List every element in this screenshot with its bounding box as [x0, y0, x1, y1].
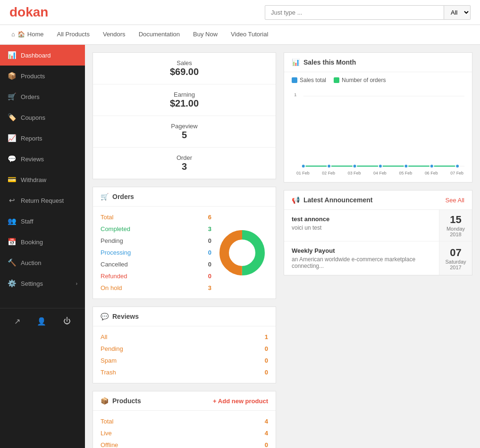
stat-pageview: Pageview 5 [93, 116, 276, 148]
dashboard-icon: 📊 [8, 51, 16, 59]
donut-chart [216, 227, 268, 279]
table-row: Pending 0 [101, 235, 211, 247]
order-label-cancelled: Cancelled [101, 261, 128, 268]
sidebar-item-return-request[interactable]: ↩ Return Request [0, 190, 85, 211]
see-all-button[interactable]: See All [446, 197, 464, 204]
review-val-trash: 0 [265, 369, 268, 376]
user-icon[interactable]: 👤 [34, 314, 49, 329]
sidebar-item-settings[interactable]: ⚙️ Settings › [0, 273, 85, 294]
sales-value: $69.00 [102, 66, 266, 77]
product-val-total: 4 [265, 418, 268, 425]
chart-title: Sales this Month [303, 58, 356, 66]
products-box-icon: 📦 [101, 397, 109, 405]
sidebar-item-products[interactable]: 📦 Products [0, 66, 85, 86]
products-body: Total 4 Live 4 Offline 0 Pending Review … [93, 411, 276, 448]
nav-buy-now[interactable]: Buy Now [191, 25, 219, 44]
auction-icon: 🔨 [8, 258, 16, 267]
svg-point-8 [353, 164, 357, 168]
review-val-all: 1 [265, 333, 268, 340]
donut-svg [216, 227, 268, 279]
announcements-box: 📢 Latest Announcement See All test annon… [284, 190, 472, 275]
order-label-onhold: On hold [101, 284, 122, 291]
review-label-pending: Pending [101, 345, 123, 352]
order-label: Order [102, 154, 266, 161]
sidebar-item-coupons[interactable]: 🏷️ Coupons [0, 107, 85, 128]
legend-sales-label: Sales total [300, 77, 326, 83]
chart-legend: Sales total Number of orders [292, 77, 464, 83]
pageview-label: Pageview [102, 123, 266, 130]
right-column: 📊 Sales this Month Sales total Number of… [284, 52, 472, 275]
nav-documentation-label: Documentation [139, 31, 180, 38]
sidebar-item-staff[interactable]: 👥 Staff [0, 211, 85, 232]
order-label-processing: Processing [101, 249, 131, 256]
legend-sales: Sales total [292, 77, 326, 83]
sidebar-reports-label: Reports [21, 135, 77, 142]
nav-all-products[interactable]: All Products [55, 25, 92, 44]
sidebar-item-orders[interactable]: 🛒 Orders [0, 86, 85, 107]
table-row: Spam 0 [101, 355, 268, 366]
home-icon: 🏠 [17, 31, 25, 38]
announce-excerpt-2: an American worldwide e-commerce marketp… [292, 256, 431, 269]
cart-icon: 🛒 [101, 193, 109, 200]
table-row: All 1 [101, 331, 268, 343]
chart-icon: 📊 [292, 58, 300, 66]
sidebar-withdraw-label: Withdraw [21, 176, 77, 183]
sidebar-item-dashboard[interactable]: 📊 Dashboard [0, 45, 85, 66]
staff-icon: 👥 [8, 217, 16, 225]
comment-icon: 💬 [101, 313, 109, 320]
date-year-1: 2018 [450, 232, 461, 237]
svg-point-7 [327, 164, 331, 168]
order-val-pending: 0 [208, 237, 211, 244]
products-box-title: Products [112, 397, 141, 405]
announce-title: 📢 Latest Announcement [292, 196, 373, 204]
review-label-spam: Spam [101, 357, 117, 364]
sidebar-item-reviews[interactable]: 💬 Reviews [0, 149, 85, 169]
products-title-wrap: 📦 Products [101, 397, 141, 405]
table-row: Total 6 [101, 211, 211, 223]
sidebar-item-reports[interactable]: 📈 Reports [0, 128, 85, 149]
order-val-refunded: 0 [208, 273, 211, 280]
search-input[interactable] [265, 5, 444, 20]
products-box: 📦 Products + Add new product Total 4 Liv… [93, 391, 276, 448]
search-filter-select[interactable]: All [444, 5, 471, 20]
chart-body: Sales total Number of orders 1 [284, 72, 472, 182]
earning-value: $21.00 [102, 98, 266, 109]
layout: 📊 Dashboard 📦 Products 🛒 Orders 🏷️ Coupo… [0, 45, 480, 448]
svg-text:05 Feb: 05 Feb [399, 171, 413, 175]
sidebar-item-booking[interactable]: 📅 Booking [0, 232, 85, 252]
svg-point-11 [430, 164, 434, 168]
sidebar-staff-label: Staff [21, 218, 77, 225]
nav-documentation[interactable]: Documentation [137, 25, 182, 44]
products-header-wrap: 📦 Products + Add new product [101, 397, 268, 405]
announce-content-2: Weekly Payout an American worldwide e-co… [284, 241, 439, 275]
order-val-cancelled: 0 [208, 261, 211, 268]
add-product-button[interactable]: + Add new product [213, 398, 268, 405]
nav-vendors[interactable]: Vendors [101, 25, 127, 44]
legend-orders: Number of orders [334, 77, 386, 83]
earning-label: Earning [102, 91, 266, 98]
svg-text:03 Feb: 03 Feb [348, 171, 361, 175]
power-icon[interactable]: ⏻ [60, 314, 74, 329]
sidebar-return-label: Return Request [21, 197, 77, 204]
orders-wrap: Total 6 Completed 3 Pending 0 [101, 211, 268, 294]
nav-video-tutorial[interactable]: Video Tutorial [229, 25, 270, 44]
settings-icon: ⚙️ [8, 279, 16, 288]
external-link-icon[interactable]: ↗ [11, 314, 23, 329]
orders-body: Total 6 Completed 3 Pending 0 [93, 207, 276, 299]
review-val-pending: 0 [265, 345, 268, 352]
svg-text:06 Feb: 06 Feb [425, 171, 438, 175]
nav-home[interactable]: 🏠Home [9, 25, 46, 44]
svg-text:01 Feb: 01 Feb [296, 171, 310, 175]
order-label-completed: Completed [101, 225, 130, 232]
sidebar-products-label: Products [21, 73, 77, 80]
date-dow-2: Saturday [445, 259, 466, 265]
sidebar-item-withdraw[interactable]: 💳 Withdraw [0, 169, 85, 190]
date-dow-1: Monday [446, 226, 465, 232]
left-column: Sales $69.00 Earning $21.00 Pageview 5 O… [93, 52, 276, 448]
nav-all-products-label: All Products [57, 31, 90, 38]
orders-list: Total 6 Completed 3 Pending 0 [101, 211, 211, 294]
list-item: Weekly Payout an American worldwide e-co… [284, 241, 472, 275]
svg-point-9 [379, 164, 382, 168]
sidebar-item-auction[interactable]: 🔨 Auction [0, 252, 85, 273]
products-header: 📦 Products + Add new product [93, 391, 276, 411]
